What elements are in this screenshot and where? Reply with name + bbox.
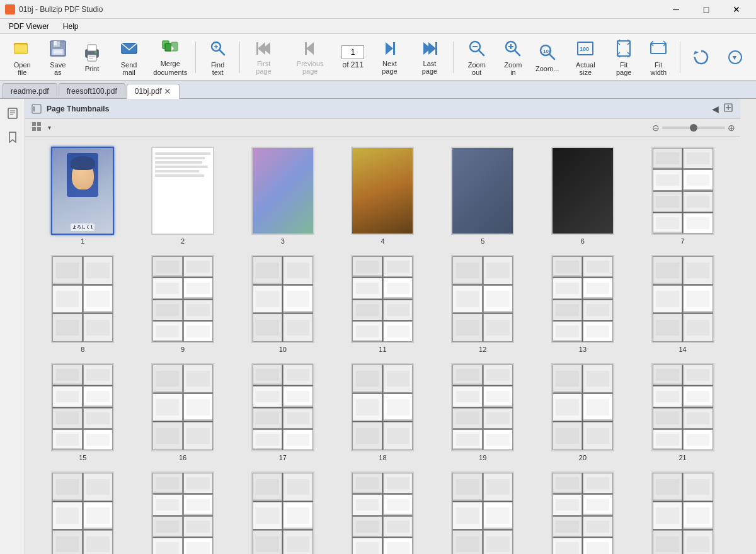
save-as-button[interactable]: Save as [42, 37, 74, 77]
thumbnail-item[interactable]: 13 [536, 255, 631, 353]
thumbnail-item[interactable]: 20 [536, 363, 631, 461]
thumbnail-image[interactable] [151, 147, 214, 235]
thumbnail-item[interactable]: 22 [35, 472, 130, 554]
app-icon [5, 4, 15, 14]
thumbnail-image[interactable] [651, 255, 714, 343]
dropdown-arrow[interactable]: ▾ [48, 124, 51, 131]
open-file-button[interactable]: Open file [5, 37, 40, 77]
thumbnail-image[interactable] [651, 147, 714, 235]
thumbnail-item[interactable]: 11 [335, 255, 430, 353]
last-page-button[interactable]: Last page [411, 37, 449, 77]
thumbnail-image[interactable] [451, 147, 514, 235]
thumbnail-image[interactable] [51, 255, 114, 343]
thumbnail-image[interactable]: よろしく1 [51, 147, 114, 235]
thumbnail-image[interactable] [551, 363, 614, 451]
thumbnail-item[interactable]: 27 [536, 472, 631, 554]
thumbnail-image[interactable] [551, 147, 614, 235]
thumbnail-item[interactable]: 12 [435, 255, 530, 353]
close-button[interactable]: ✕ [722, 0, 751, 19]
separator-4 [680, 42, 680, 73]
thumbnail-image[interactable] [351, 472, 414, 554]
actual-size-button[interactable]: 100 Actual size [566, 37, 605, 77]
fit-width-button[interactable]: Fit width [642, 37, 675, 77]
thumbnail-item[interactable]: 14 [635, 255, 730, 353]
next-page-button[interactable]: Next page [370, 37, 408, 77]
thumbnail-image[interactable] [151, 363, 214, 451]
svg-rect-8 [88, 45, 96, 51]
thumbnail-item[interactable]: 25 [335, 472, 430, 554]
menu-help[interactable]: Help [57, 21, 85, 32]
thumbnail-image[interactable] [551, 255, 614, 343]
thumbnail-image[interactable] [651, 363, 714, 451]
zoom-slider-plus[interactable]: ⊕ [728, 123, 735, 133]
panel-expand-button[interactable] [723, 102, 734, 115]
menu-pdf-viewer[interactable]: PDF Viewer [3, 21, 55, 32]
extra-button[interactable]: ▾ [719, 37, 751, 77]
zoom-out-button[interactable]: Zoom out [459, 37, 495, 77]
previous-page-button[interactable]: Previous page [285, 37, 335, 77]
thumbnail-image[interactable] [151, 472, 214, 554]
separator-1 [195, 42, 196, 73]
thumbnail-image[interactable] [51, 472, 114, 554]
thumbnail-image[interactable] [351, 255, 414, 343]
thumbnail-item[interactable]: 18 [335, 363, 430, 461]
panel-prev-button[interactable]: ◀ [711, 103, 720, 115]
thumbnail-image[interactable] [251, 147, 314, 235]
thumbnail-image[interactable] [451, 472, 514, 554]
tab-readme[interactable]: readme.pdf [3, 83, 57, 98]
thumbnail-item[interactable]: 15 [35, 363, 130, 461]
thumbnail-item[interactable]: 19 [435, 363, 530, 461]
thumbnail-item[interactable]: 26 [435, 472, 530, 554]
refresh-button[interactable] [685, 37, 717, 77]
zoom-in-button[interactable]: Zoom in [497, 37, 529, 77]
tab-01bj[interactable]: 01bj.pdf ✕ [127, 84, 180, 99]
thumbnail-item[interactable]: 3 [235, 147, 330, 245]
page-number-input[interactable] [341, 45, 364, 59]
zoom-slider-minus[interactable]: ⊖ [652, 123, 660, 133]
panel-bookmark-button[interactable] [3, 128, 22, 147]
zoom-slider[interactable] [662, 127, 725, 129]
thumbnail-item[interactable]: 4 [335, 147, 430, 245]
thumbnail-image[interactable] [651, 472, 714, 554]
thumbnail-item[interactable]: 17 [235, 363, 330, 461]
thumbnail-item[interactable]: 23 [135, 472, 231, 554]
thumbnail-item[interactable]: 8 [35, 255, 130, 353]
panel-collapse-icon[interactable] [32, 104, 42, 114]
thumbnail-item[interactable]: 16 [135, 363, 231, 461]
thumbnail-item[interactable]: 24 [235, 472, 330, 554]
thumbnail-image[interactable] [451, 255, 514, 343]
minimize-button[interactable]: ─ [662, 0, 690, 19]
thumbnail-item[interactable]: 21 [635, 363, 730, 461]
separator-3 [453, 42, 454, 73]
thumbnail-item[interactable]: 5 [435, 147, 530, 245]
thumbnail-image[interactable] [351, 147, 414, 235]
thumbnail-image[interactable] [551, 472, 614, 554]
thumbnail-image[interactable] [251, 363, 314, 451]
view-options-button[interactable] [30, 120, 45, 135]
first-page-button[interactable]: First page [245, 37, 282, 77]
thumbnail-image[interactable] [251, 472, 314, 554]
tab-close-icon[interactable]: ✕ [164, 86, 171, 96]
thumbnail-item[interactable]: 2 [135, 147, 231, 245]
thumbnail-image[interactable] [251, 255, 314, 343]
find-text-button[interactable]: Find text [201, 37, 234, 77]
zoom-slider-handle[interactable] [690, 124, 697, 132]
panel-pages-button[interactable] [3, 104, 22, 123]
send-mail-button[interactable]: Send mail [110, 37, 147, 77]
thumbnail-item[interactable]: 6 [536, 147, 631, 245]
thumbnail-item[interactable]: 10 [235, 255, 330, 353]
zoom-custom-button[interactable]: 100 Zoom... [532, 37, 563, 77]
thumbnail-item[interactable]: 9 [135, 255, 231, 353]
merge-docs-button[interactable]: Merge documents [150, 37, 190, 77]
maximize-button[interactable]: □ [692, 0, 721, 19]
thumbnail-item[interactable]: 28 [635, 472, 730, 554]
thumbnail-image[interactable] [151, 255, 214, 343]
thumbnail-image[interactable] [451, 363, 514, 451]
thumbnail-item[interactable]: よろしく1 1 [35, 147, 130, 245]
thumbnail-image[interactable] [351, 363, 414, 451]
print-button[interactable]: Print [76, 37, 108, 77]
thumbnail-image[interactable] [51, 363, 114, 451]
thumbnail-item[interactable]: 7 [635, 147, 730, 245]
tab-freesoft[interactable]: freesoft100.pdf [59, 83, 125, 98]
fit-page-button[interactable]: Fit page [608, 37, 639, 77]
